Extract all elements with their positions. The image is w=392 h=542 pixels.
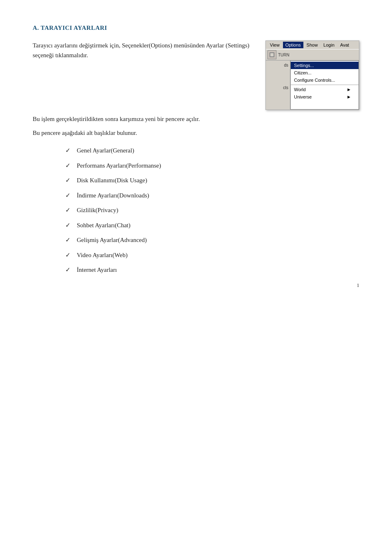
menu-menubar: View Options Show Login Avat	[266, 41, 359, 49]
menu-left-panel: ds cts	[266, 60, 290, 110]
menu-screenshot: View Options Show Login Avat TURN	[265, 40, 359, 110]
checklist-item-9: ✓ İnternet Ayarları	[65, 265, 359, 275]
menu-toolbar: TURN	[266, 49, 359, 60]
toolbar-label-turn: TURN	[278, 53, 290, 57]
toolbar-icon-1	[267, 50, 276, 59]
svg-rect-1	[270, 53, 274, 56]
checklist-item-8: ✓ Video Ayarları(Web)	[65, 251, 359, 260]
checklist-item-3: ✓ Disk Kullanımı(Disk Usage)	[65, 176, 359, 185]
menubar-show[interactable]: Show	[304, 42, 321, 48]
checklist-label-4: İndirme Ayarları(Downloads)	[77, 191, 149, 200]
checklist-item-5: ✓ Gizlilik(Privacy)	[65, 206, 359, 215]
intro-paragraph-1: Tarayıcı ayarlarını değiştirmek için, Se…	[33, 40, 257, 60]
menubar-login[interactable]: Login	[321, 42, 337, 48]
checklist-label-9: İnternet Ayarları	[77, 265, 117, 275]
check-icon-6: ✓	[65, 221, 72, 230]
menu-item-settings-label: Settings...	[294, 63, 314, 68]
check-icon-3: ✓	[65, 176, 72, 185]
checklist-label-8: Video Ayarları(Web)	[77, 251, 127, 260]
menu-item-citizen-label: Citizen...	[294, 70, 312, 75]
checklist-item-2: ✓ Performans Ayarları(Performanse)	[65, 161, 359, 170]
menubar-view[interactable]: View	[267, 42, 282, 48]
menu-item-configure[interactable]: Configure Controls...	[291, 76, 359, 84]
menu-item-universe[interactable]: Universe ▶	[291, 93, 359, 101]
intro-text: Tarayıcı ayarlarını değiştirmek için, Se…	[33, 40, 257, 63]
page: A. TARAYICI AYARLARI Tarayıcı ayarlarını…	[0, 0, 392, 305]
menu-item-world-label: World	[294, 87, 306, 92]
check-icon-5: ✓	[65, 206, 72, 215]
check-icon-8: ✓	[65, 251, 72, 260]
checklist-item-1: ✓ Genel Ayarlar(General)	[65, 146, 359, 155]
menu-item-settings[interactable]: Settings...	[291, 62, 359, 69]
menu-item-universe-label: Universe	[294, 94, 312, 99]
dropdown-menu: Settings... Citizen... Configure Control…	[290, 60, 359, 110]
check-icon-1: ✓	[65, 146, 72, 155]
checklist-item-7: ✓ Gelişmiş Ayarlar(Advanced)	[65, 235, 359, 245]
intro-paragraph-2: Bu işlem gerçekleştirildikten sonra karş…	[33, 114, 359, 124]
page-number: 1	[357, 282, 360, 289]
section-title: A. TARAYICI AYARLARI	[33, 25, 359, 31]
menu-item-citizen[interactable]: Citizen...	[291, 69, 359, 76]
menu-item-world-arrow: ▶	[347, 87, 350, 92]
menu-item-world[interactable]: World ▶	[291, 86, 359, 93]
checklist-label-1: Genel Ayarlar(General)	[77, 146, 134, 155]
check-icon-2: ✓	[65, 161, 72, 170]
left-label-ds: ds	[266, 62, 290, 68]
checklist-label-5: Gizlilik(Privacy)	[77, 206, 118, 215]
checklist-label-7: Gelişmiş Ayarlar(Advanced)	[77, 235, 147, 245]
menu-separator	[291, 85, 359, 85]
left-label-cts: cts	[266, 85, 290, 91]
menubar-options[interactable]: Options	[283, 42, 303, 48]
menu-content-area: ds cts Settings... Citizen... Configure …	[266, 60, 359, 110]
checklist-label-6: Sohbet Ayarları(Chat)	[77, 221, 131, 230]
checklist: ✓ Genel Ayarlar(General) ✓ Performans Ay…	[65, 146, 359, 275]
checklist-item-6: ✓ Sohbet Ayarları(Chat)	[65, 221, 359, 230]
check-icon-9: ✓	[65, 265, 72, 275]
menubar-avat[interactable]: Avat	[338, 42, 352, 48]
intro-block: Tarayıcı ayarlarını değiştirmek için, Se…	[33, 40, 359, 110]
menu-item-configure-label: Configure Controls...	[294, 78, 335, 83]
check-icon-7: ✓	[65, 235, 72, 245]
intro-paragraph-3: Bu pencere aşağıdaki alt başlıklar bulun…	[33, 128, 359, 138]
checklist-label-2: Performans Ayarları(Performanse)	[77, 161, 161, 170]
checklist-label-3: Disk Kullanımı(Disk Usage)	[77, 176, 147, 185]
checklist-item-4: ✓ İndirme Ayarları(Downloads)	[65, 191, 359, 200]
menu-item-universe-arrow: ▶	[347, 95, 350, 99]
check-icon-4: ✓	[65, 191, 72, 200]
